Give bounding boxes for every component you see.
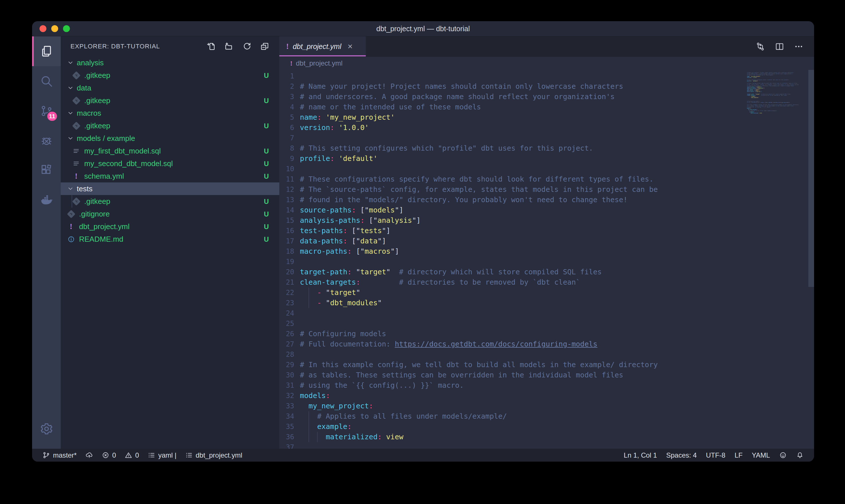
tree-item-schema-yml[interactable]: !schema.ymlU <box>61 170 279 182</box>
code-line-14[interactable]: 14source-paths: ["models"] <box>279 205 814 215</box>
code-line-6[interactable]: 6version: '1.0.0' <box>279 123 814 133</box>
activity-item-debug[interactable] <box>32 126 61 156</box>
code-line-3[interactable]: 3# and underscores. A good package name … <box>279 92 814 102</box>
code-line-37[interactable]: 37 <box>279 442 814 449</box>
code-line-18[interactable]: 18macro-paths: ["macros"] <box>279 246 814 256</box>
tab-label: dbt_project.yml <box>293 42 341 51</box>
close-tab-icon[interactable]: × <box>348 42 353 51</box>
new-folder-icon[interactable] <box>224 41 234 51</box>
yaml-warning-icon: ! <box>67 222 76 231</box>
activity-item-explorer[interactable] <box>32 36 61 66</box>
activity-item-settings[interactable] <box>32 414 61 444</box>
code-line-31[interactable]: 31# using the `{{ config(...) }}` macro. <box>279 380 814 391</box>
activity-item-search[interactable] <box>32 66 61 96</box>
more-actions-icon[interactable] <box>794 41 804 52</box>
tree-item--gitkeep[interactable]: .gitkeepU <box>61 94 279 107</box>
code-line-16[interactable]: 16test-paths: ["tests"] <box>279 226 814 236</box>
code-line-13[interactable]: 13# found in the "models/" directory. Yo… <box>279 195 814 205</box>
explorer-sidebar: EXPLORER: DBT-TUTORIAL analysis.gitkeepU… <box>61 36 279 449</box>
tree-item-analysis[interactable]: analysis <box>61 56 279 69</box>
refresh-icon[interactable] <box>242 41 252 51</box>
open-changes-icon[interactable] <box>755 41 766 52</box>
status-indentation[interactable]: Spaces: 4 <box>666 451 697 459</box>
code-line-8[interactable]: 8# This setting configures which "profil… <box>279 143 814 154</box>
line-number: 26 <box>279 329 294 339</box>
tree-item--gitkeep[interactable]: .gitkeepU <box>61 195 279 208</box>
status-feedback[interactable] <box>779 451 787 459</box>
code-line-35[interactable]: 35 example: <box>279 421 814 432</box>
code-line-23[interactable]: 23 - "dbt_modules" <box>279 298 814 308</box>
title-bar[interactable]: dbt_project.yml — dbt-tutorial <box>32 21 814 36</box>
code-line-25[interactable]: 25 <box>279 319 814 329</box>
code-line-5[interactable]: 5name: 'my_new_project' <box>279 112 814 123</box>
status-eol[interactable]: LF <box>734 451 742 459</box>
tree-item--gitkeep[interactable]: .gitkeepU <box>61 120 279 132</box>
tree-item-models-example[interactable]: models / example <box>61 132 279 145</box>
split-editor-icon[interactable] <box>775 41 785 52</box>
minimize-window-button[interactable] <box>51 25 58 32</box>
untracked-badge: U <box>264 173 269 180</box>
minimap[interactable]: # Name your project! Project names shoul… <box>741 71 808 115</box>
new-file-icon[interactable] <box>206 41 216 51</box>
tree-item-macros[interactable]: macros <box>61 107 279 120</box>
code-line-10[interactable]: 10 <box>279 164 814 174</box>
code-line-11[interactable]: 11# These configurations specify where d… <box>279 174 814 184</box>
status-errors[interactable]: 0 <box>102 451 116 459</box>
close-window-button[interactable] <box>39 25 47 32</box>
code-line-32[interactable]: 32models: <box>279 391 814 401</box>
status-publish[interactable] <box>85 451 93 459</box>
code-line-7[interactable]: 7 <box>279 133 814 143</box>
editor-scrollbar[interactable] <box>808 70 814 449</box>
code-line-30[interactable]: 30# as tables. These settings can be ove… <box>279 370 814 380</box>
code-line-28[interactable]: 28 <box>279 349 814 360</box>
line-number: 23 <box>279 298 294 308</box>
code-line-27[interactable]: 27# Full documentation: https://docs.get… <box>279 339 814 349</box>
code-line-19[interactable]: 19 <box>279 256 814 267</box>
status-linter-yaml[interactable]: yaml | <box>147 451 177 459</box>
code-line-2[interactable]: 2# Name your project! Project names shou… <box>279 81 814 92</box>
tree-item-readme-md[interactable]: README.mdU <box>61 233 279 246</box>
collapse-all-icon[interactable] <box>260 41 270 51</box>
code-line-26[interactable]: 26# Configuring models <box>279 329 814 339</box>
line-number: 33 <box>279 401 294 411</box>
tree-item-data[interactable]: data <box>61 82 279 94</box>
code-line-36[interactable]: 36 materialized: view <box>279 432 814 442</box>
tree-item--gitkeep[interactable]: .gitkeepU <box>61 69 279 82</box>
tree-item-my-first-dbt-model-sql[interactable]: my_first_dbt_model.sqlU <box>61 145 279 157</box>
line-number: 10 <box>279 164 294 174</box>
code-line-4[interactable]: 4# name or the intended use of these mod… <box>279 102 814 112</box>
code-line-9[interactable]: 9profile: 'default' <box>279 154 814 164</box>
tab-dbt-project-yml[interactable]: ! dbt_project.yml × <box>279 36 366 56</box>
activity-item-docker[interactable] <box>32 185 61 215</box>
status-git-branch[interactable]: master* <box>42 451 77 459</box>
code-line-22[interactable]: 22 - "target" <box>279 288 814 298</box>
code-line-17[interactable]: 17data-paths: ["data"] <box>279 236 814 246</box>
code-line-29[interactable]: 29# In this example config, we tell dbt … <box>279 360 814 370</box>
code-line-33[interactable]: 33 my_new_project: <box>279 401 814 411</box>
status-linter-file[interactable]: dbt_project.yml <box>185 451 242 459</box>
scrollbar-thumb[interactable] <box>808 70 814 287</box>
code-editor[interactable]: 12# Name your project! Project names sho… <box>279 70 814 449</box>
breadcrumb[interactable]: ! dbt_project.yml <box>279 57 814 70</box>
status-warnings[interactable]: 0 <box>125 451 139 459</box>
tree-item--gitignore[interactable]: .gitignoreU <box>61 208 279 220</box>
zoom-window-button[interactable] <box>63 25 70 32</box>
line-number: 13 <box>279 195 294 205</box>
item-label: .gitkeep <box>84 96 110 105</box>
code-line-21[interactable]: 21clean-targets: # directories to be rem… <box>279 277 814 288</box>
code-line-24[interactable]: 24 <box>279 308 814 319</box>
activity-item-source-control[interactable]: 11 <box>32 96 61 126</box>
code-line-1[interactable]: 1 <box>279 71 814 81</box>
code-line-20[interactable]: 20target-path: "target" # directory whic… <box>279 267 814 277</box>
code-line-12[interactable]: 12# The `source-paths` config, for examp… <box>279 184 814 195</box>
tree-item-tests[interactable]: tests <box>61 182 279 195</box>
status-encoding[interactable]: UTF-8 <box>706 451 725 459</box>
tree-item-dbt-project-yml[interactable]: !dbt_project.ymlU <box>61 220 279 233</box>
status-language-mode[interactable]: YAML <box>752 451 770 459</box>
status-cursor-position[interactable]: Ln 1, Col 1 <box>624 451 657 459</box>
status-notifications[interactable] <box>796 451 804 459</box>
code-line-34[interactable]: 34 # Applies to all files under models/e… <box>279 411 814 421</box>
activity-item-extensions[interactable] <box>32 156 61 185</box>
tree-item-my-second-dbt-model-sql[interactable]: my_second_dbt_model.sqlU <box>61 157 279 170</box>
code-line-15[interactable]: 15analysis-paths: ["analysis"] <box>279 215 814 226</box>
